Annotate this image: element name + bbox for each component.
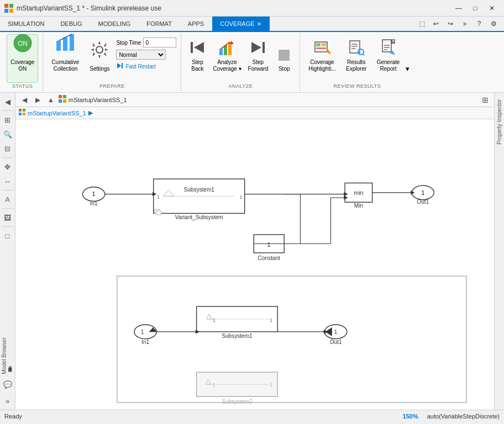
generate-report-button[interactable]: GenerateReport [373, 34, 404, 83]
ribbon-group-status: ON CoverageON STATUS [2, 33, 43, 91]
zoom-box-btn[interactable]: ⊟ [1, 142, 14, 155]
rotate-btn[interactable]: ↔ [1, 174, 14, 188]
coverage-highlighting-button[interactable]: CoverageHighlighti... [305, 34, 339, 83]
tab-coverage[interactable]: COVERAGE ✕ [212, 17, 269, 31]
maximize-button[interactable]: □ [468, 2, 483, 14]
forward-btn[interactable]: ▶ [32, 94, 43, 105]
image-btn[interactable]: 🖼 [1, 211, 14, 224]
svg-text:1: 1 [157, 195, 160, 200]
right-panel: Property Inspector [494, 93, 504, 410]
breadcrumb-icon [19, 109, 25, 117]
svg-text:Out1: Out1 [330, 339, 342, 345]
ribbon-redo-btn[interactable]: ↪ [444, 18, 456, 30]
step-forward-button[interactable]: StepForward [245, 34, 271, 83]
status-group-label: STATUS [12, 83, 33, 89]
review-group-label: REVIEW RESULTS [333, 83, 381, 89]
up-btn[interactable]: ▲ [45, 94, 56, 105]
text-btn[interactable]: A [1, 193, 14, 206]
svg-marker-33 [391, 40, 395, 43]
ribbon-more-btn[interactable]: » [459, 18, 471, 30]
generate-report-label: GenerateReport [377, 59, 400, 72]
stop-label: Stop [279, 66, 290, 72]
breadcrumb-arrow: ▶ [88, 109, 93, 116]
ribbon-undo-btn[interactable]: ↩ [430, 18, 442, 30]
select-btn[interactable]: □ [1, 229, 14, 242]
svg-line-31 [363, 54, 364, 56]
model-browser-label[interactable]: Model Browser [0, 335, 8, 377]
stoptime-row: Stop Time [116, 38, 176, 47]
solver-status: auto(VariableStepDiscrete) [427, 413, 500, 420]
main-area: ◀ ⊞ 🔍 ⊟ ✥ ↔ A 🖼 □ 📷 💬 » Model Browser ◀ … [0, 93, 504, 410]
svg-text:1: 1 [267, 241, 271, 248]
tab-simulation[interactable]: SIMULATION [0, 17, 53, 31]
analyze-coverage-label: AnalyzeCoverage ▾ [213, 59, 241, 72]
tab-apps[interactable]: APPS [180, 17, 212, 31]
svg-rect-56 [155, 209, 160, 213]
svg-text:1: 1 [92, 191, 96, 197]
window-controls: — □ ✕ [451, 2, 500, 14]
results-explorer-button[interactable]: ResultsExplorer [342, 34, 371, 83]
zoom-in-btn[interactable]: 🔍 [1, 128, 14, 141]
svg-rect-41 [59, 99, 62, 103]
svg-text:1: 1 [270, 383, 272, 388]
svg-text:Out1: Out1 [417, 199, 429, 205]
stoptime-input[interactable] [143, 38, 176, 47]
svg-marker-77 [344, 195, 348, 199]
zoom-fit-btn[interactable]: ⊞ [1, 113, 14, 126]
zoom-level: 150% [403, 413, 418, 420]
svg-marker-99 [324, 330, 328, 333]
coverage-tab-close[interactable]: ✕ [257, 21, 261, 27]
expand-sidebar-btn[interactable]: » [1, 394, 14, 407]
back-btn[interactable]: ◀ [19, 94, 30, 105]
svg-rect-45 [19, 113, 22, 115]
svg-rect-40 [63, 95, 66, 98]
svg-rect-65 [254, 235, 284, 253]
solver-select[interactable]: Normal Accelerator [116, 50, 166, 60]
ribbon-settings-btn[interactable]: ⚙ [487, 18, 500, 30]
svg-rect-23 [322, 43, 326, 46]
close-button[interactable]: ✕ [484, 2, 500, 14]
comment-btn[interactable]: 💬 [1, 378, 14, 391]
svg-rect-14 [219, 49, 223, 55]
coverage-highlighting-label: CoverageHighlighti... [308, 59, 335, 72]
ribbon-tabs: SIMULATION DEBUG MODELING FORMAT APPS CO… [0, 17, 504, 32]
cumulative-collection-button[interactable]: CumulativeCollection [48, 34, 83, 83]
svg-rect-57 [156, 211, 161, 215]
svg-text:Subsystem1: Subsystem1 [222, 333, 253, 339]
analyze-coverage-button[interactable]: AnalyzeCoverage ▾ [211, 34, 243, 83]
ribbon-layout-btn[interactable]: ⬚ [416, 18, 428, 30]
fast-restart-row[interactable]: Fast Restart [116, 62, 176, 71]
stop-button[interactable]: Stop [273, 34, 295, 83]
svg-point-47 [82, 187, 104, 202]
status-bar-right: 150% auto(VariableStepDiscrete) [403, 413, 500, 420]
tab-debug[interactable]: DEBUG [53, 17, 90, 31]
step-back-icon [188, 39, 206, 58]
svg-rect-100 [197, 372, 278, 396]
svg-rect-44 [23, 109, 25, 112]
sidebar-sep-4 [2, 208, 13, 209]
coverage-on-button[interactable]: ON CoverageON [7, 34, 38, 83]
ribbon-group-analyze: StepBack AnalyzeCoverage ▾ [181, 33, 300, 91]
svg-rect-18 [262, 42, 265, 53]
property-inspector-label[interactable]: Property Inspector [495, 95, 503, 149]
ribbon-help-btn[interactable]: ? [473, 18, 485, 30]
tab-modeling[interactable]: MODELING [91, 17, 139, 31]
svg-marker-52 [164, 190, 174, 196]
svg-text:1: 1 [213, 318, 216, 323]
review-more-button[interactable]: ▾ [406, 65, 410, 73]
minimize-button[interactable]: — [451, 2, 466, 14]
svg-rect-8 [70, 34, 74, 51]
sidebar-sep-1 [2, 110, 13, 111]
left-expand-btn[interactable]: ◀ [1, 95, 14, 108]
pan-btn[interactable]: ✥ [1, 160, 14, 173]
grid-button[interactable]: ⊞ [480, 94, 491, 105]
settings-button[interactable]: Settings [85, 34, 114, 83]
diagram-canvas[interactable]: 1 In1 Subsystem1 1 1 Variant_Subsystem m… [15, 119, 494, 410]
sidebar-sep-2 [2, 157, 13, 158]
svg-text:Subsystem1: Subsystem1 [183, 187, 214, 193]
step-back-button[interactable]: StepBack [186, 34, 209, 83]
tab-format[interactable]: FORMAT [139, 17, 180, 31]
solver-controls: Stop Time Normal Accelerator [116, 38, 176, 80]
sidebar-sep-5 [2, 226, 13, 227]
breadcrumb-model[interactable]: mStartupVariantSS_1 [28, 110, 86, 116]
